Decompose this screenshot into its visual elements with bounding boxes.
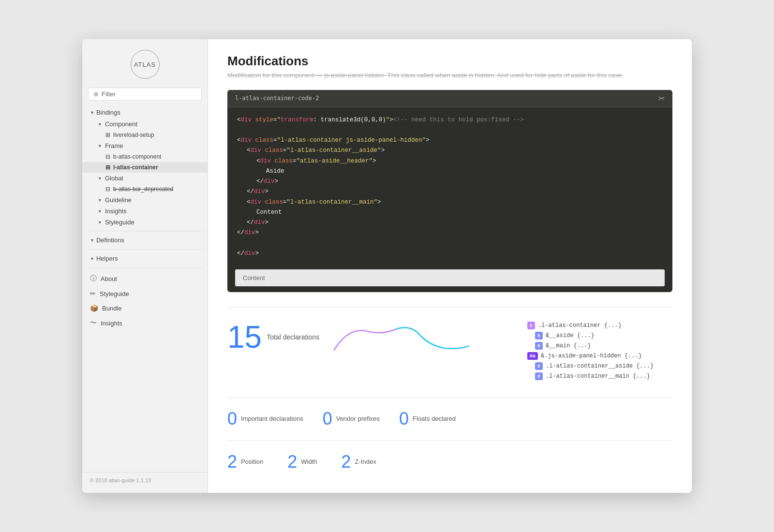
nav-insights[interactable]: ▼ Insights xyxy=(82,206,208,217)
preview-bar: Content xyxy=(235,269,665,286)
frame-label: Frame xyxy=(105,142,123,149)
css-item-6: e .l-atlas-container__main {...} xyxy=(527,372,672,380)
position-stat: 2 Position xyxy=(227,453,263,471)
badge-e-1: e xyxy=(535,332,543,340)
code-body: <div style="transform: translate3d(0,0,0… xyxy=(227,107,672,267)
badge-ma: ma xyxy=(527,352,538,360)
position-number: 2 xyxy=(227,453,237,471)
stats-section: 15 Total declarations c .l-atlas-contain… xyxy=(227,312,672,392)
guideline-label: Guideline xyxy=(105,196,132,204)
l-atlas-label: l-atlas-container xyxy=(113,164,158,171)
css-item-5: e .l-atlas-container__aside {...} xyxy=(527,362,672,370)
main-content: Modifications Modification for this comp… xyxy=(208,39,692,493)
zindex-number: 2 xyxy=(342,453,351,471)
logo-text: ATLAS xyxy=(134,61,156,68)
css-rule-1: .l-atlas-container {...} xyxy=(538,322,622,329)
triangle-icon: ▼ xyxy=(98,122,102,127)
nav-styleguide[interactable]: ▼ Styleguide xyxy=(82,217,208,228)
nav-definitions[interactable]: ▼ Defintions xyxy=(82,234,208,246)
b-atlas-bar-label: b-atlas-bar_deprecated xyxy=(113,186,173,192)
important-label: Important declarations xyxy=(241,415,303,423)
footer: © 2018 atlas-guide 1.1.13 xyxy=(82,472,208,488)
nav-divider-1 xyxy=(88,231,202,231)
logo: ATLAS xyxy=(82,39,208,88)
nav-divider-3 xyxy=(88,267,202,268)
triangle-icon: ▼ xyxy=(90,110,94,115)
file-icon: ⊟ xyxy=(105,153,110,160)
sidebar-item-insights[interactable]: 〜 Insights xyxy=(82,315,208,331)
badge-c: c xyxy=(527,322,535,329)
triangle-icon: ▼ xyxy=(90,256,94,261)
styleguide-bottom-label: Styleguide xyxy=(100,290,129,297)
code-block: l-atlas-container-code-2 ✂ <div style="t… xyxy=(227,90,672,293)
sidebar-item-styleguide[interactable]: ✏ Styleguide xyxy=(82,286,208,301)
important-number: 0 xyxy=(227,410,237,428)
css-item-3: e &__main {...} xyxy=(527,342,672,350)
nav-divider-2 xyxy=(88,249,202,250)
nav-l-atlas[interactable]: ⊞ l-atlas-container xyxy=(82,162,208,173)
nav-bindings[interactable]: ▼ Bindings xyxy=(82,106,208,118)
nav-helpers[interactable]: ▼ Helpers xyxy=(82,252,208,265)
floats-number: 0 xyxy=(399,410,409,428)
info-icon: ⓘ xyxy=(90,274,97,283)
nav-component[interactable]: ▼ Component xyxy=(82,118,208,130)
vendor-stat: 0 Vendor prefixes xyxy=(323,410,380,428)
insights-icon: 〜 xyxy=(90,319,97,327)
badge-e-4: e xyxy=(535,372,543,380)
sidebar-item-bundle[interactable]: 📦 Bundle xyxy=(82,301,208,315)
component-label: Component xyxy=(105,120,137,128)
file-icon: ⊟ xyxy=(105,186,110,192)
definitions-label: Defintions xyxy=(96,236,124,244)
css-rule-6: .l-atlas-container__main {...} xyxy=(546,373,650,380)
global-label: Global xyxy=(105,175,123,182)
bundle-label: Bundle xyxy=(102,305,121,312)
helpers-label: Helpers xyxy=(96,255,118,262)
width-label: Width xyxy=(301,458,317,466)
filter-label: Filter xyxy=(102,90,116,98)
css-rules-list: c .l-atlas-container {...} e &__aside {.… xyxy=(527,322,672,383)
css-rule-3: &__main {...} xyxy=(546,342,591,349)
insights-label: Insights xyxy=(105,207,127,215)
nav-guideline[interactable]: ▼ Guideline xyxy=(82,194,208,206)
sidebar: ATLAS ⊕ Filter ▼ Bindings ▼ Component ⊞ … xyxy=(82,39,208,493)
position-label: Position xyxy=(241,458,263,466)
floats-label: Floats declared xyxy=(413,415,456,423)
important-stat: 0 Important declarations xyxy=(227,410,303,428)
css-rule-2: &__aside {...} xyxy=(546,332,595,339)
css-rule-5: .l-atlas-container__aside {...} xyxy=(546,363,654,369)
insights-bottom-label: Insights xyxy=(101,320,122,327)
sidebar-item-about[interactable]: ⓘ About xyxy=(82,271,208,286)
nav-livereload[interactable]: ⊞ livereload-setup xyxy=(82,130,208,140)
nav-frame[interactable]: ▼ Frame xyxy=(82,140,208,151)
preview-label: Content xyxy=(243,274,265,281)
css-item-1: c .l-atlas-container {...} xyxy=(527,322,672,329)
vendor-number: 0 xyxy=(323,410,332,428)
bundle-icon: 📦 xyxy=(90,304,98,312)
css-rule-4: &.js-aside-panel-hidden {...} xyxy=(541,353,642,359)
file-icon: ⊞ xyxy=(105,164,110,171)
badge-e-3: e xyxy=(535,362,543,370)
triangle-icon: ▼ xyxy=(98,198,102,203)
b-atlas-label: b-atlas-component xyxy=(113,153,161,160)
chart-area xyxy=(334,322,513,360)
triangle-icon: ▼ xyxy=(98,144,102,148)
sidebar-nav: ▼ Bindings ▼ Component ⊞ livereload-setu… xyxy=(82,106,208,472)
page-subtitle: Modification for this component — js-asi… xyxy=(227,71,672,80)
copy-icon[interactable]: ✂ xyxy=(658,94,665,103)
css-item-2: e &__aside {...} xyxy=(527,332,672,340)
badge-e-2: e xyxy=(535,342,543,350)
total-label: Total declarations xyxy=(267,333,319,341)
styleguide-icon: ✏ xyxy=(90,290,96,297)
bindings-label: Bindings xyxy=(96,109,120,116)
nav-b-atlas-bar[interactable]: ⊟ b-atlas-bar_deprecated xyxy=(82,184,208,194)
triangle-icon: ▼ xyxy=(98,209,102,214)
css-item-4: ma &.js-aside-panel-hidden {...} xyxy=(527,352,672,360)
livereload-label: livereload-setup xyxy=(113,132,154,138)
vendor-label: Vendor prefixes xyxy=(336,415,380,423)
nav-b-atlas[interactable]: ⊟ b-atlas-component xyxy=(82,151,208,162)
zindex-stat: 2 Z-Index xyxy=(342,453,376,471)
nav-global[interactable]: ▼ Global xyxy=(82,173,208,184)
floats-stat: 0 Floats declared xyxy=(399,410,456,428)
total-number: 15 xyxy=(227,322,262,353)
filter-bar[interactable]: ⊕ Filter xyxy=(88,88,202,101)
